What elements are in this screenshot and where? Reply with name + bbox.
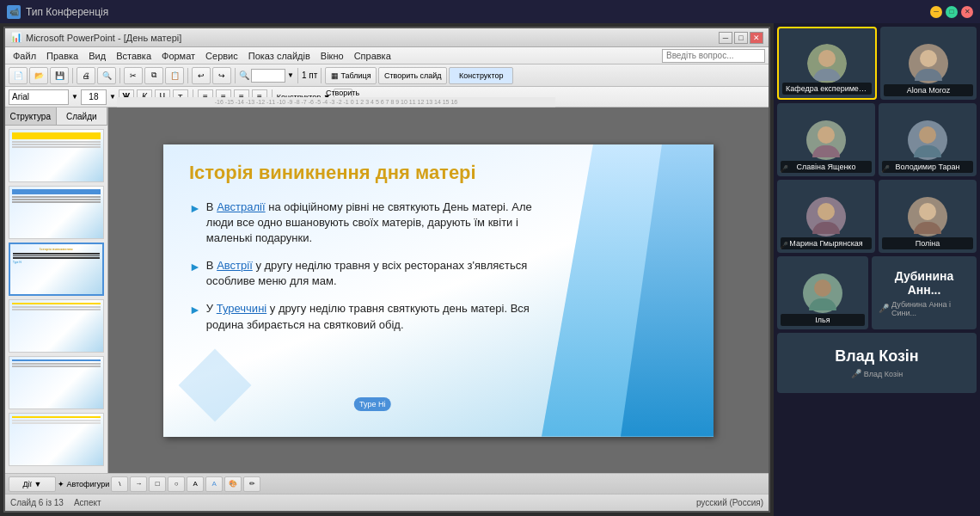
autoshapes-label[interactable]: ✦ Автофигури bbox=[58, 480, 109, 488]
table-btn[interactable]: ▦ Таблиця bbox=[325, 67, 377, 84]
thumb-line-9c bbox=[12, 422, 101, 424]
slide-thumbnail-6[interactable]: Iсторiя виникнення Type Hi bbox=[9, 243, 104, 296]
close-button[interactable]: ✕ bbox=[961, 6, 973, 18]
slide-content: Історія виникнення дня матері ► В Австра… bbox=[163, 144, 576, 362]
language-label: русский (Россия) bbox=[696, 498, 763, 507]
avatar-person-volodymyr bbox=[910, 123, 945, 157]
text-box-btn[interactable]: A bbox=[187, 476, 204, 492]
slide-bullet-2: ► В Австрії у другу неділю травня у всіх… bbox=[189, 258, 550, 289]
participant-name-volodymyr: Володимир Таран bbox=[882, 161, 973, 173]
thumb-line-8c bbox=[12, 366, 101, 367]
zoom-control: 🔍 48% ▼ bbox=[239, 69, 294, 83]
menu-service[interactable]: Сервис bbox=[201, 49, 242, 63]
font-size[interactable]: 18 bbox=[81, 89, 107, 105]
cut-btn[interactable]: ✂ bbox=[124, 67, 143, 84]
paste-btn[interactable]: 📋 bbox=[165, 67, 184, 84]
actions-btn[interactable]: Дiї ▼ bbox=[9, 476, 56, 492]
draw-rect-btn[interactable]: □ bbox=[149, 476, 166, 492]
wordart-btn[interactable]: A bbox=[205, 476, 223, 492]
thumb-line-6a bbox=[13, 253, 100, 255]
avatar-alona bbox=[909, 44, 948, 83]
ppt-maximize-btn[interactable]: □ bbox=[734, 32, 748, 44]
ppt-close-btn[interactable]: ✕ bbox=[750, 32, 763, 44]
maximize-button[interactable]: □ bbox=[946, 6, 958, 18]
menu-view[interactable]: Вид bbox=[84, 49, 110, 63]
slide-canvas[interactable]: Історія виникнення дня матері ► В Австра… bbox=[163, 144, 714, 437]
toolbar-sep6 bbox=[321, 68, 322, 83]
avatar-kafedra bbox=[807, 44, 847, 83]
participant-name-slavina: Славіна Ященко bbox=[781, 161, 872, 173]
ppt-search-input[interactable] bbox=[662, 49, 765, 63]
new-btn[interactable]: 📄 bbox=[9, 67, 28, 84]
participant-name-kafedra: Кафедра експерименталь... bbox=[782, 83, 872, 95]
dubynina-mic-icon: 🎤 bbox=[879, 304, 889, 313]
slide-panel-tabs: Структура Слайди bbox=[5, 108, 107, 126]
menu-format[interactable]: Формат bbox=[157, 49, 199, 63]
participant-name-card-dubynina[interactable]: Дубинина Анн... 🎤 Дубинина Анна і Сини..… bbox=[872, 256, 977, 329]
menu-help[interactable]: Справка bbox=[350, 49, 395, 63]
draw-oval-btn[interactable]: ○ bbox=[168, 476, 185, 492]
preview-btn[interactable]: 🔍 bbox=[97, 67, 116, 84]
menu-insert[interactable]: Вставка bbox=[112, 49, 156, 63]
app-icon: 📹 bbox=[7, 5, 21, 19]
open-btn[interactable]: 📂 bbox=[29, 67, 48, 84]
thumb-line-9b bbox=[12, 420, 101, 421]
menu-window[interactable]: Вікно bbox=[316, 49, 348, 63]
participant-tile-ilya[interactable]: Ілья bbox=[777, 256, 868, 329]
avatar-head-kafedra bbox=[818, 50, 836, 67]
print-btn[interactable]: 🖨 bbox=[77, 67, 95, 84]
avatar-person-alona bbox=[911, 46, 946, 81]
menu-edit[interactable]: Правка bbox=[42, 49, 83, 63]
participant-tile-kafedra[interactable]: Кафедра експерименталь... bbox=[777, 27, 877, 100]
avatar-head-marina bbox=[818, 203, 835, 220]
draw-line-btn[interactable]: \ bbox=[111, 476, 128, 492]
avatar-person-kafedra bbox=[810, 46, 844, 81]
menu-slideshow[interactable]: Показ слайдів bbox=[244, 49, 315, 63]
bullet-arrow-1: ► bbox=[189, 200, 201, 218]
tab-slides[interactable]: Слайди bbox=[57, 108, 108, 125]
slide-thumbnail-8[interactable] bbox=[9, 356, 104, 409]
copy-btn[interactable]: ⧉ bbox=[144, 67, 163, 84]
font-selector[interactable]: Arial bbox=[9, 89, 69, 105]
thumb-line-5a bbox=[12, 196, 101, 198]
participant-name-card-vlad[interactable]: Влад Козін 🎤 Влад Козін bbox=[777, 333, 977, 393]
thumb-content-7 bbox=[9, 300, 103, 352]
participant-tile-marina[interactable]: 🎤 Марина Гмырянская bbox=[777, 180, 875, 253]
vlad-sub-name: Влад Козін bbox=[864, 370, 903, 378]
menu-file[interactable]: Файл bbox=[9, 49, 40, 63]
minimize-button[interactable]: ─ bbox=[930, 6, 942, 18]
slide-thumbnail-4[interactable] bbox=[9, 129, 104, 182]
redo-btn[interactable]: ↪ bbox=[212, 67, 231, 84]
slide-thumb-container-5: 5 bbox=[9, 186, 104, 239]
slide-panel: Структура Слайди 4 bbox=[5, 108, 108, 473]
ppt-app-icon: 📊 bbox=[10, 32, 22, 43]
designer-btn[interactable]: Конструктор bbox=[449, 67, 513, 84]
ppt-toolbar: 📄 📂 💾 🖨 🔍 ✂ ⧉ 📋 ↩ ↪ 🔍 48% ▼ 1 пт ▦ Табли… bbox=[5, 64, 769, 87]
thumb-title-bar-5 bbox=[12, 189, 101, 194]
slide-thumbnail-7[interactable] bbox=[9, 299, 104, 353]
participant-row-2: 🎤 Славіна Ященко 🎤 Володимир Таран bbox=[777, 103, 977, 176]
slide-thumbnail-5[interactable] bbox=[9, 186, 104, 239]
avatar-bg-kafedra bbox=[807, 44, 847, 83]
avatar-body-slavina bbox=[812, 145, 840, 157]
save-btn[interactable]: 💾 bbox=[50, 67, 69, 84]
participant-tile-polina[interactable]: Поліна bbox=[879, 180, 977, 253]
undo-btn[interactable]: ↩ bbox=[192, 67, 211, 84]
ppt-titlebar: 📊 Microsoft PowerPoint - [День матері] ─… bbox=[5, 28, 769, 47]
ppt-minimize-btn[interactable]: ─ bbox=[719, 32, 732, 44]
draw-arrow-btn[interactable]: → bbox=[130, 476, 147, 492]
participant-tile-alona[interactable]: Alona Moroz bbox=[880, 27, 977, 100]
window-controls: ─ □ ✕ bbox=[930, 6, 973, 18]
zoom-input[interactable]: 48% bbox=[251, 69, 285, 83]
line-color-btn[interactable]: ✏ bbox=[243, 476, 260, 492]
thumb-line-6c bbox=[13, 257, 100, 259]
tab-structure[interactable]: Структура bbox=[5, 108, 57, 125]
create-slide-btn[interactable]: Створить слайд bbox=[378, 67, 447, 84]
avatar-head-ilya bbox=[814, 280, 831, 297]
fill-color-btn[interactable]: 🎨 bbox=[224, 476, 242, 492]
slide-thumbnail-9[interactable] bbox=[9, 413, 104, 466]
participant-tile-volodymyr[interactable]: 🎤 Володимир Таран bbox=[879, 103, 977, 176]
thumb-line-7b bbox=[12, 306, 101, 308]
app-title: Тип Конференція bbox=[26, 6, 108, 18]
participant-tile-slavina[interactable]: 🎤 Славіна Ященко bbox=[777, 103, 875, 176]
